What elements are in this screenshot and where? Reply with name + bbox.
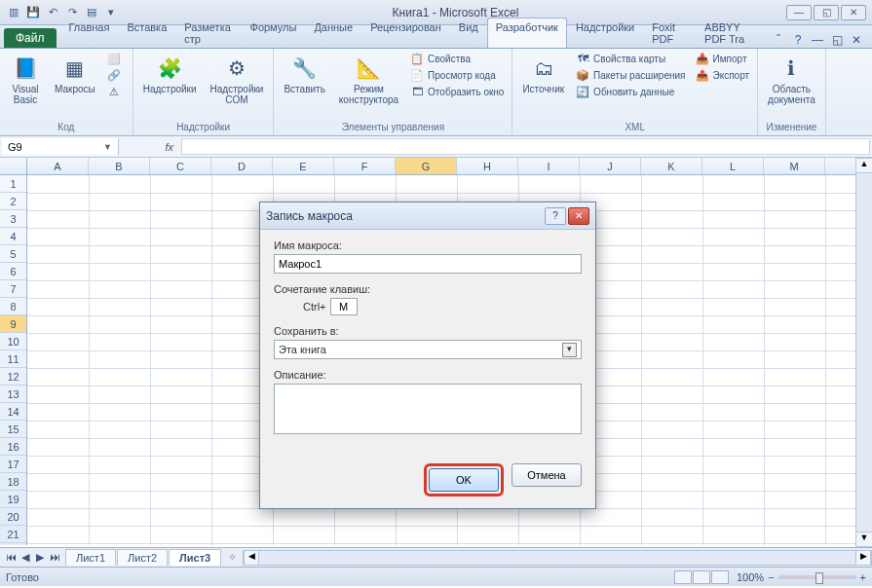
tab-данные[interactable]: Данные [305,18,361,48]
view-layout-button[interactable] [693,570,710,584]
tab-foxit pdf[interactable]: Foxit PDF [643,18,696,48]
scroll-right-icon[interactable]: ▶ [855,551,871,565]
ref-button[interactable]: 🔗 [103,67,129,83]
sheet-nav-next-icon[interactable]: ▶ [33,551,47,564]
vertical-scrollbar[interactable]: ▲ ▼ [855,158,872,547]
row-header-21[interactable]: 21 [0,526,26,543]
help-icon[interactable]: ? [790,32,806,48]
shortcut-key-input[interactable] [330,298,358,315]
row-header-19[interactable]: 19 [0,491,26,508]
minimize-ribbon-icon[interactable]: ˇ [771,32,786,48]
com-button[interactable]: ⚙Надстройки COM [205,51,270,107]
col-header-K[interactable]: K [641,158,702,174]
tab-формулы[interactable]: Формулы [242,18,306,48]
col-header-F[interactable]: F [334,158,396,174]
row-header-8[interactable]: 8 [0,298,26,315]
new-sheet-icon[interactable]: ✧ [222,551,243,564]
row-header-3[interactable]: 3 [0,210,26,228]
scroll-down-icon[interactable]: ▼ [856,532,872,547]
col-header-A[interactable]: A [27,158,89,174]
row-header-7[interactable]: 7 [0,280,26,298]
col-header-L[interactable]: L [702,158,764,174]
zoom-out-icon[interactable]: − [768,571,774,583]
row-header-15[interactable]: 15 [0,421,26,438]
row-header-20[interactable]: 20 [0,508,26,526]
row-header-18[interactable]: 18 [0,473,26,491]
col-header-I[interactable]: I [518,158,580,174]
design-button[interactable]: 📐Режим конструктора [333,51,404,107]
dialog-close-button[interactable]: ✕ [568,207,589,225]
fx-label[interactable]: fx [121,136,179,157]
view-pagebreak-button[interactable] [711,570,729,584]
docarea-button[interactable]: ℹОбласть документа [762,51,821,107]
mdi-close-icon[interactable]: ✕ [849,32,864,48]
horizontal-scrollbar[interactable]: ◀ ▶ [243,550,872,566]
addins-button[interactable]: 🧩Надстройки [137,51,203,96]
tab-вид[interactable]: Вид [450,18,487,48]
select-all-corner[interactable] [0,158,27,174]
store-in-select[interactable]: Эта книга ▾ [274,340,582,359]
tab-abbyy pdf tra[interactable]: ABBYY PDF Tra [696,18,771,48]
name-box-dropdown-icon[interactable]: ▼ [103,142,112,152]
col-header-M[interactable]: M [764,158,825,174]
zoom-in-icon[interactable]: + [860,571,866,583]
row-header-11[interactable]: 11 [0,350,26,368]
save-icon[interactable]: 💾 [25,5,41,20]
formula-input[interactable] [181,138,870,155]
dlg-button[interactable]: 🗔Отобразить окно [406,84,508,99]
sec-button[interactable]: ⚠ [103,84,129,99]
row-header-9[interactable]: 9 [0,315,26,333]
scroll-left-icon[interactable]: ◀ [244,551,259,565]
refr-button[interactable]: 🔄Обновить данные [572,84,689,99]
row-header-17[interactable]: 17 [0,456,26,473]
sheet-nav-first-icon[interactable]: ⏮ [4,551,18,564]
file-tab[interactable]: Файл [4,28,57,48]
col-header-E[interactable]: E [273,158,334,174]
mdi-restore-icon[interactable]: ◱ [829,32,845,48]
row-header-10[interactable]: 10 [0,333,26,350]
close-window-button[interactable]: ✕ [841,5,866,20]
exp-button[interactable]: 📦Пакеты расширения [572,67,689,83]
prop-button[interactable]: 📋Свойства [406,51,508,66]
col-header-D[interactable]: D [211,158,273,174]
row-header-1[interactable]: 1 [0,175,26,193]
row-header-4[interactable]: 4 [0,228,26,245]
sheet-tab-Лист3[interactable]: Лист3 [169,549,221,566]
scroll-up-icon[interactable]: ▲ [856,158,872,173]
zoom-value[interactable]: 100% [737,571,764,583]
sheet-nav-last-icon[interactable]: ⏭ [48,551,61,564]
row-header-14[interactable]: 14 [0,403,26,421]
minimize-button[interactable]: — [786,5,812,20]
col-header-C[interactable]: C [150,158,211,174]
src-button[interactable]: 🗂Источник [516,51,570,96]
tab-разметка стр[interactable]: Разметка стр [175,18,241,48]
col-header-H[interactable]: H [457,158,518,174]
sheet-tab-Лист2[interactable]: Лист2 [117,549,168,566]
code-button[interactable]: 📄Просмотр кода [406,67,508,83]
macro-name-input[interactable] [274,254,582,274]
row-header-13[interactable]: 13 [0,386,26,403]
cancel-button[interactable]: Отмена [512,463,582,487]
dialog-titlebar[interactable]: Запись макроса ? ✕ [260,202,595,230]
row-header-2[interactable]: 2 [0,193,26,210]
view-normal-button[interactable] [674,570,692,584]
sheet-nav-prev-icon[interactable]: ◀ [19,551,32,564]
tab-главная[interactable]: Главная [60,18,119,48]
zoom-slider[interactable] [778,575,856,579]
store-in-dropdown-icon[interactable]: ▾ [562,343,577,357]
col-header-B[interactable]: B [89,158,150,174]
mapp-button[interactable]: 🗺Свойства карты [572,51,689,66]
rec-button[interactable]: ⬜ [103,51,129,66]
mac-button[interactable]: ▦Макросы [49,51,101,96]
vb-button[interactable]: 📘Visual Basic [4,51,47,107]
ok-button[interactable]: OK [429,468,499,492]
name-box[interactable]: G9 ▼ [2,138,119,155]
expo-button[interactable]: 📤Экспорт [692,67,754,83]
insert-button[interactable]: 🔧Вставить [278,51,330,96]
imp-button[interactable]: 📥Импорт [692,51,754,66]
tab-рецензирован[interactable]: Рецензирован [361,18,450,48]
tab-вставка[interactable]: Вставка [118,18,175,48]
mdi-min-icon[interactable]: — [810,32,825,48]
restore-button[interactable]: ◱ [814,5,839,20]
row-header-6[interactable]: 6 [0,263,26,280]
